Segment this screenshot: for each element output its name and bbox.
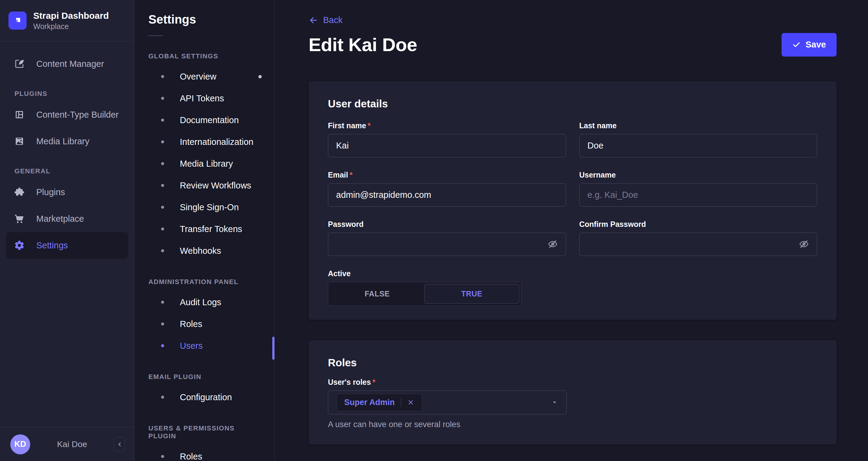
user-roles-label: User's roles* bbox=[328, 378, 817, 386]
role-tag-super-admin[interactable]: Super Admin bbox=[337, 394, 422, 411]
remove-role-button[interactable] bbox=[407, 399, 414, 406]
last-name-input[interactable] bbox=[588, 141, 809, 151]
roles-title: Roles bbox=[328, 357, 817, 369]
subnav-item-admin-roles[interactable]: Roles bbox=[134, 313, 274, 335]
bullet-icon bbox=[161, 206, 164, 209]
label-text: Last name bbox=[579, 121, 617, 130]
close-icon bbox=[407, 399, 414, 406]
subnav-item-overview[interactable]: Overview bbox=[134, 66, 274, 87]
password-input[interactable] bbox=[336, 239, 544, 249]
first-name-label: First name* bbox=[328, 121, 566, 130]
save-button[interactable]: Save bbox=[781, 33, 837, 57]
sidebar-section-general: GENERAL bbox=[14, 167, 128, 175]
subnav-item-single-sign-on[interactable]: Single Sign-On bbox=[134, 196, 274, 218]
content-type-builder-icon bbox=[14, 109, 25, 120]
sidebar-item-label: Plugins bbox=[36, 187, 65, 197]
subnav-item-internationalization[interactable]: Internationalization bbox=[134, 131, 274, 153]
subnav-item-audit-logs[interactable]: Audit Logs bbox=[134, 291, 274, 313]
tag-divider bbox=[401, 398, 401, 407]
subnav-item-media-library[interactable]: Media Library bbox=[134, 153, 274, 175]
sidebar-item-content-type-builder[interactable]: Content-Type Builder bbox=[6, 101, 128, 128]
user-details-grid: First name* Last name Email* bbox=[328, 121, 817, 306]
required-mark: * bbox=[372, 378, 375, 386]
avatar[interactable]: KD bbox=[10, 434, 30, 454]
sidebar-item-marketplace[interactable]: Marketplace bbox=[6, 205, 128, 232]
roles-card: Roles User's roles* Super Admin A user c… bbox=[309, 340, 837, 444]
notification-dot bbox=[258, 75, 262, 78]
bullet-icon bbox=[161, 249, 164, 252]
bullet-icon bbox=[161, 119, 164, 122]
subnav-item-label: Review Workflows bbox=[180, 180, 251, 191]
subnav-item-up-roles[interactable]: Roles bbox=[134, 445, 274, 461]
first-name-input[interactable] bbox=[336, 141, 558, 151]
sidebar-collapse-button[interactable] bbox=[114, 437, 125, 452]
bullet-icon bbox=[161, 322, 164, 325]
user-roles-select[interactable]: Super Admin bbox=[328, 391, 567, 414]
page-title: Edit Kai Doe bbox=[309, 34, 417, 55]
label-text: First name bbox=[328, 121, 366, 130]
subnav-item-users[interactable]: Users bbox=[134, 335, 274, 357]
subnav-item-label: Single Sign-On bbox=[180, 202, 239, 212]
password-visibility-toggle[interactable] bbox=[548, 239, 558, 249]
confirm-password-input[interactable] bbox=[588, 239, 795, 249]
subnav-item-configuration[interactable]: Configuration bbox=[134, 386, 274, 408]
subnav-item-transfer-tokens[interactable]: Transfer Tokens bbox=[134, 218, 274, 240]
username-input[interactable] bbox=[588, 190, 809, 200]
sidebar-item-media-library[interactable]: Media Library bbox=[6, 128, 128, 154]
label-text: Active bbox=[328, 269, 350, 278]
bullet-icon bbox=[161, 162, 164, 165]
bullet-icon bbox=[161, 75, 164, 78]
subnav-scrollbar-thumb[interactable] bbox=[272, 337, 274, 360]
email-field-group: Email* bbox=[328, 171, 566, 207]
subnav-section-global-settings: GLOBAL SETTINGS bbox=[148, 52, 260, 60]
active-label: Active bbox=[328, 269, 566, 278]
subnav-item-documentation[interactable]: Documentation bbox=[134, 109, 274, 131]
main-sidebar: Strapi Dashboard Workplace Content Manag… bbox=[0, 0, 134, 461]
subnav-item-review-workflows[interactable]: Review Workflows bbox=[134, 175, 274, 196]
active-toggle-false[interactable]: FALSE bbox=[330, 284, 424, 304]
active-toggle: FALSE TRUE bbox=[328, 282, 521, 306]
subnav-section-administration-panel: ADMINISTRATION PANEL bbox=[148, 278, 260, 286]
user-details-card: User details First name* Last name bbox=[309, 81, 837, 320]
subnav-item-label: Roles bbox=[180, 452, 202, 461]
sidebar-item-content-manager[interactable]: Content Manager bbox=[6, 51, 128, 77]
confirm-password-input-box bbox=[579, 233, 817, 256]
subnav-item-label: Transfer Tokens bbox=[180, 224, 242, 234]
cart-icon bbox=[14, 213, 25, 224]
workspace-brand[interactable]: Strapi Dashboard Workplace bbox=[0, 0, 134, 41]
bullet-icon bbox=[161, 344, 164, 347]
subnav-item-label: Overview bbox=[180, 72, 216, 82]
subnav-title-rule bbox=[148, 35, 163, 36]
label-text: User's roles bbox=[328, 378, 371, 386]
bullet-icon bbox=[161, 97, 164, 100]
label-text: Confirm Password bbox=[579, 220, 646, 229]
save-label: Save bbox=[805, 40, 826, 50]
subnav-item-label: Roles bbox=[180, 319, 202, 329]
email-label: Email* bbox=[328, 171, 566, 179]
back-link[interactable]: Back bbox=[309, 15, 342, 25]
bullet-icon bbox=[161, 301, 164, 304]
chevron-left-icon bbox=[116, 441, 123, 448]
back-arrow-icon bbox=[309, 16, 318, 25]
eye-off-icon bbox=[548, 239, 558, 249]
sidebar-item-plugins[interactable]: Plugins bbox=[6, 179, 128, 205]
sidebar-section-plugins: PLUGINS bbox=[14, 90, 128, 98]
settings-subnav: Settings GLOBAL SETTINGS Overview API To… bbox=[134, 0, 275, 461]
last-name-input-box bbox=[579, 134, 817, 157]
subnav-item-api-tokens[interactable]: API Tokens bbox=[134, 87, 274, 109]
subnav-item-label: Internationalization bbox=[180, 137, 253, 147]
sidebar-item-settings[interactable]: Settings bbox=[6, 232, 128, 259]
password-field-group: Password bbox=[328, 220, 566, 256]
subnav-item-webhooks[interactable]: Webhooks bbox=[134, 240, 274, 262]
email-input[interactable] bbox=[336, 190, 558, 200]
user-details-title: User details bbox=[328, 98, 817, 110]
last-name-field-group: Last name bbox=[579, 121, 817, 157]
label-text: Email bbox=[328, 171, 348, 179]
subnav-section-email-plugin: EMAIL PLUGIN bbox=[148, 373, 260, 381]
last-name-label: Last name bbox=[579, 121, 817, 130]
confirm-password-visibility-toggle[interactable] bbox=[799, 239, 809, 249]
active-toggle-true[interactable]: TRUE bbox=[424, 284, 519, 304]
check-icon bbox=[792, 40, 801, 49]
label-text: Password bbox=[328, 220, 364, 229]
strapi-logo-icon bbox=[8, 11, 27, 30]
